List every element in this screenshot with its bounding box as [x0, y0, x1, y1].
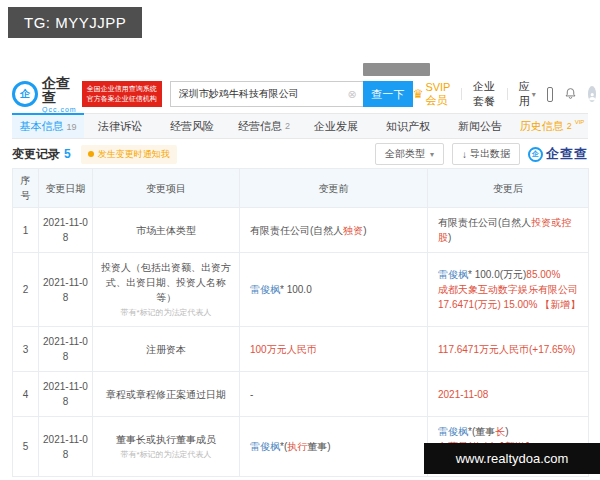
change-text: 执行: [287, 441, 307, 452]
qcc-stamp-glyph: 企: [532, 149, 539, 159]
cell-before: 雷俊枫*(执行董事): [240, 417, 428, 477]
change-text: 有限责任公司(自然人: [438, 217, 531, 228]
tab-enterprise-development[interactable]: 企业发展: [300, 114, 372, 138]
change-text: 成都天象互动数字娱乐有限公司 17.6471(万元) 15.00% 【新增】: [438, 284, 580, 310]
divider: [461, 88, 462, 100]
before-content: -: [250, 387, 423, 402]
export-data-button[interactable]: ↓ 导出数据: [452, 143, 520, 165]
notify-label: 发生变更时通知我: [98, 148, 170, 161]
svip-member[interactable]: ♛SVIP会员: [413, 81, 451, 108]
cell-line: 有限责任公司(自然人独资): [250, 223, 423, 238]
chevron-down-icon: ▾: [430, 150, 434, 159]
tab-operation-info[interactable]: 经营信息2: [228, 114, 300, 138]
qcc-stamp-icon: 企: [528, 147, 543, 162]
row-seq: 2: [13, 253, 39, 327]
legal-rep-note: 带有*标记的为法定代表人: [120, 307, 211, 319]
row-seq: 1: [13, 208, 39, 253]
change-text: 85.00%: [526, 269, 560, 280]
qcc-stamp-text: 企查查: [546, 145, 588, 163]
change-text: 独资: [343, 225, 363, 236]
tab-operation-info-label: 经营信息: [238, 119, 282, 134]
change-text: -: [250, 389, 253, 400]
tab-count-badge: 19: [66, 122, 76, 132]
tab-operation-risk[interactable]: 经营风险: [156, 114, 228, 138]
row-seq: 3: [13, 327, 39, 372]
section-count: 5: [64, 147, 71, 161]
tab-news[interactable]: 新闻公告: [444, 114, 516, 138]
change-record-row: 12021-11-08市场主体类型有限责任公司(自然人独资)有限责任公司(自然人…: [13, 208, 589, 253]
vip-badge: VIP: [575, 119, 585, 125]
row-item: 投资人（包括出资额、出资方式、出资日期、投资人名称等）带有*标记的为法定代表人: [93, 253, 240, 327]
tooltip-artifact: [363, 63, 430, 76]
bell-icon[interactable]: [564, 87, 577, 102]
search-bar: ⊗ 查一下: [170, 81, 413, 107]
person-link[interactable]: 雷俊枫: [250, 441, 280, 452]
tab-intellectual-property[interactable]: 知识产权: [372, 114, 444, 138]
tab-basic-info[interactable]: 基本信息19: [12, 113, 84, 138]
change-text: *(董事: [468, 426, 495, 437]
row-item: 董事长或执行董事成员带有*标记的为法定代表人: [93, 417, 240, 477]
legal-rep-note: 带有*标记的为法定代表人: [120, 449, 211, 461]
row-date: 2021-11-08: [39, 327, 93, 372]
change-text: 2021-11-08: [438, 389, 488, 400]
apps-menu[interactable]: 应用▾: [519, 79, 536, 109]
person-link[interactable]: 雷俊枫: [438, 269, 468, 280]
change-item-label: 市场主体类型: [136, 223, 196, 238]
change-record-row: 42021-11-08章程或章程修正案通过日期-2021-11-08: [13, 372, 589, 417]
cell-line: 雷俊枫* 100.0: [250, 282, 423, 297]
person-link[interactable]: 雷俊枫: [438, 426, 468, 437]
notify-on-change-button[interactable]: 发生变更时通知我: [81, 145, 177, 164]
row-seq: 5: [13, 417, 39, 477]
cert-badge-line1: 全国企业信用查询系统: [87, 84, 157, 94]
avatar[interactable]: [588, 86, 596, 102]
after-content: 有限责任公司(自然人投资或控股): [438, 215, 584, 245]
change-item-label: 投资人（包括出资额、出资方式、出资日期、投资人名称等）: [97, 260, 235, 305]
before-content: 有限责任公司(自然人独资): [250, 223, 423, 238]
qcc-logo-glyph: 企: [20, 87, 30, 101]
person-link[interactable]: 雷俊枫: [250, 284, 280, 295]
column-header: 变更前: [240, 169, 428, 208]
change-text: ): [363, 225, 366, 236]
site-header: 企 企查查 Qcc.com 全国企业信用查询系统 官方备案企业征信机构 ⊗ 查一…: [12, 76, 588, 112]
type-filter-dropdown[interactable]: 全部类型 ▾: [375, 143, 444, 165]
cell-line: 2021-11-08: [438, 387, 584, 402]
row-item: 注册资本: [93, 327, 240, 372]
section-controls: 全部类型 ▾ ↓ 导出数据 企 企查查: [375, 143, 588, 165]
cell-before: 100万元人民币: [240, 327, 428, 372]
change-text: 长: [495, 426, 505, 437]
apps-menu-label: 应用: [519, 79, 530, 109]
enterprise-plan[interactable]: 企业套餐: [473, 79, 496, 109]
brand-domain: Qcc.com: [42, 106, 77, 113]
phone-icon[interactable]: [547, 87, 553, 102]
tab-legal-litigation[interactable]: 法律诉讼: [84, 114, 156, 138]
search-button[interactable]: 查一下: [363, 81, 413, 107]
section-title: 变更记录: [12, 146, 60, 163]
page: TG: MYYJJPP 企 企查查 Qcc.com 全国企业信用查询系统 官方备…: [0, 0, 600, 480]
brand-block[interactable]: 企查查 Qcc.com: [42, 76, 77, 113]
column-header: 序号: [13, 169, 39, 208]
tab-enterprise-development-label: 企业发展: [314, 119, 358, 134]
cell-before: 有限责任公司(自然人独资): [240, 208, 428, 253]
top-watermark-banner: TG: MYYJJPP: [8, 7, 142, 38]
tab-legal-litigation-label: 法律诉讼: [98, 119, 142, 134]
cell-line: 成都天象互动数字娱乐有限公司 17.6471(万元) 15.00% 【新增】: [438, 282, 584, 312]
download-icon: ↓: [462, 149, 467, 160]
change-text: ): [448, 232, 451, 243]
tab-history-info[interactable]: 历史信息2VIP: [516, 114, 588, 138]
cell-before: -: [240, 372, 428, 417]
brand-name: 企查查: [42, 76, 77, 104]
change-text: ): [505, 426, 508, 437]
qcc-logo-icon[interactable]: 企: [12, 81, 38, 107]
chevron-down-icon: ▾: [532, 90, 536, 99]
bottom-watermark-banner: www.realtydoa.com: [424, 443, 600, 474]
change-item-label: 注册资本: [146, 342, 186, 357]
cert-badge: 全国企业信用查询系统 官方备案企业征信机构: [82, 81, 162, 107]
change-text: 100万元人民币: [250, 344, 317, 355]
header-menu: ♛SVIP会员企业套餐应用▾: [413, 79, 597, 109]
search-input[interactable]: [170, 81, 363, 107]
table-header-row: 序号变更日期变更项目变更前变更后: [13, 169, 589, 208]
enterprise-plan-label: 企业套餐: [473, 79, 496, 109]
change-text: 117.6471万元人民币(+17.65%): [438, 344, 575, 355]
clear-search-icon[interactable]: ⊗: [347, 88, 356, 101]
cell-before: 雷俊枫* 100.0: [240, 253, 428, 327]
